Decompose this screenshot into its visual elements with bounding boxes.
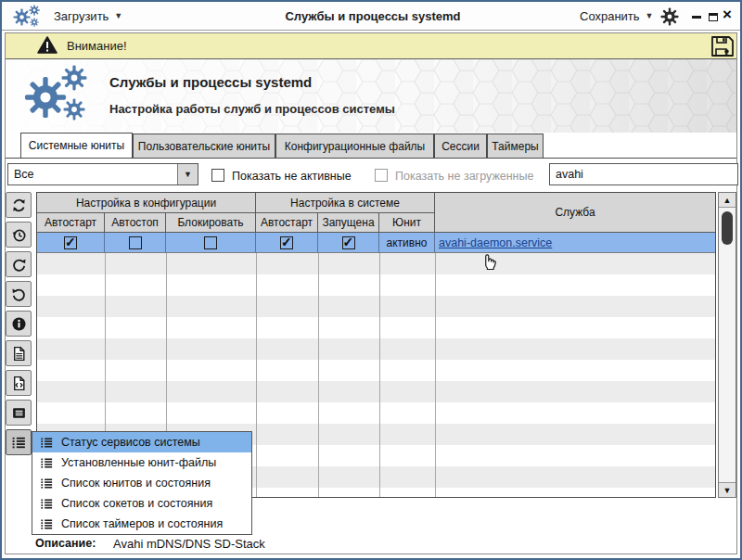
history-icon [11,227,27,243]
column-header-autostart-system[interactable]: Автостарт [256,213,318,233]
close-button[interactable]: × [723,6,732,24]
tab-config-files[interactable]: Конфигурационные файлы [275,134,434,158]
cell-unit-state: активно [379,233,435,252]
show-inactive-label: Показать не активные [232,170,352,183]
save-menu-label: Сохранить [580,9,640,23]
scroll-down-button[interactable]: ▼ [719,482,736,497]
column-header-block-config[interactable]: Блокировать [166,213,256,233]
list-menu-icon [40,456,54,470]
list-panel-icon [11,405,27,421]
search-input[interactable] [549,163,738,185]
checkbox[interactable] [204,236,217,249]
checkbox[interactable] [342,236,355,249]
list-panel-button[interactable] [6,400,32,426]
column-header-autostart-config[interactable]: Автостарт [37,213,105,233]
minimize-button[interactable] [690,10,703,23]
tab-system-units[interactable]: Системные юниты [20,133,133,158]
cell-block-config[interactable] [166,233,256,252]
cell-service-name[interactable]: avahi-daemon.service [435,233,715,252]
description-label: Описание: [35,537,96,550]
hexagon-pattern-background [6,59,736,133]
column-divider [379,253,380,497]
save-menu-button[interactable]: Сохранить ▼ [580,2,654,30]
hand-cursor-icon [477,251,501,275]
refresh-icon [11,197,27,213]
list-menu-icon [40,436,54,450]
document-button[interactable] [6,340,32,366]
window-title: Службы и процессы systemd [187,2,558,30]
scroll-up-button[interactable]: ▲ [719,193,736,208]
undo-icon [11,286,27,302]
document-icon [11,346,27,362]
tab-timers[interactable]: Таймеры [487,134,544,158]
column-divider [256,253,257,497]
column-header-autostop-config[interactable]: Автостоп [105,213,166,233]
menu-item-label: Список сокетов и состояния [61,497,212,510]
show-unloaded-label: Показать не загруженные [395,170,533,183]
cell-autostart-system[interactable] [256,233,318,252]
menu-item-label: Установленные юнит-файлы [61,456,216,469]
list-menu-icon [40,497,54,511]
reload-button[interactable] [6,251,32,277]
column-header-unit[interactable]: Юнит [379,213,435,233]
app-header: Службы и процессы systemd Настройка рабо… [6,59,736,133]
page-title: Службы и процессы systemd [109,74,312,90]
column-divider [435,253,436,497]
page-subtitle: Настройка работы служб и процессов систе… [109,102,395,116]
settings-gear-icon[interactable] [660,7,679,26]
unit-filter-combobox[interactable]: Все ▼ [7,163,198,185]
cell-autostop-config[interactable] [105,233,166,252]
document-code-button[interactable] [6,370,32,396]
reports-context-menu: Статус сервисов системы Установленные юн… [32,431,252,535]
unit-filter-value: Все [8,168,177,181]
maximize-icon [709,13,718,21]
scrollbar-thumb[interactable] [722,211,733,245]
checkbox[interactable] [129,236,142,249]
group-header-system[interactable]: Настройка в системе [256,193,435,213]
refresh-button[interactable] [6,192,32,218]
undo-button[interactable] [6,281,32,307]
tab-sessions[interactable]: Сессии [434,134,487,158]
menu-item-units-list[interactable]: Список юнитов и состояния [32,473,251,493]
column-header-running-system[interactable]: Запущена [318,213,379,233]
table-group-header-row: Настройка в конфигурации Настройка в сис… [37,193,715,213]
show-inactive-checkbox[interactable] [211,169,224,182]
show-unloaded-checkbox[interactable] [375,169,388,182]
chevron-down-icon: ▼ [184,170,192,179]
app-window: Загрузить ▼ Службы и процессы systemd Со… [0,0,742,560]
cell-autostart-config[interactable] [37,233,105,252]
service-link[interactable]: avahi-daemon.service [439,236,552,249]
reload-icon [11,257,27,273]
history-button[interactable] [6,222,32,248]
warning-label: Внимание! [67,39,127,53]
column-divider [318,253,319,497]
cell-running-system[interactable] [318,233,379,252]
checkbox[interactable] [64,236,77,249]
document-code-icon [11,375,27,391]
load-menu-button[interactable]: Загрузить ▼ [54,2,122,30]
description-value: Avahi mDNS/DNS SD-Stack [113,537,265,551]
maximize-button[interactable] [707,10,720,23]
menu-item-timers-list[interactable]: Список таймеров и состояния [32,514,251,534]
combobox-dropdown-button[interactable]: ▼ [177,164,198,185]
title-bar: Загрузить ▼ Службы и процессы systemd Со… [2,2,740,31]
table-row-selected[interactable]: активно avahi-daemon.service [37,233,715,253]
menu-item-service-status[interactable]: Статус сервисов системы [32,432,251,452]
menu-item-sockets-list[interactable]: Список сокетов и состояния [32,493,251,514]
save-file-icon[interactable] [710,35,735,57]
checkbox[interactable] [280,236,293,249]
logo-gears-icon [22,63,96,130]
menu-item-label: Список юнитов и состояния [61,477,211,490]
info-button[interactable] [6,311,32,337]
group-header-config[interactable]: Настройка в конфигурации [37,193,256,213]
vertical-scrollbar[interactable]: ▲ ▼ [718,192,736,498]
minimize-icon [692,16,701,19]
load-menu-label: Загрузить [54,9,109,23]
table-subheader-row: Автостарт Автостоп Блокировать Автостарт… [37,213,435,233]
warning-triangle-icon [37,36,58,55]
tab-user-units[interactable]: Пользовательские юниты [133,134,275,158]
list-menu-button[interactable] [6,429,32,455]
menu-item-installed-unit-files[interactable]: Установленные юнит-файлы [32,452,251,473]
app-gears-icon [13,5,45,29]
column-header-service[interactable]: Служба [435,193,715,233]
